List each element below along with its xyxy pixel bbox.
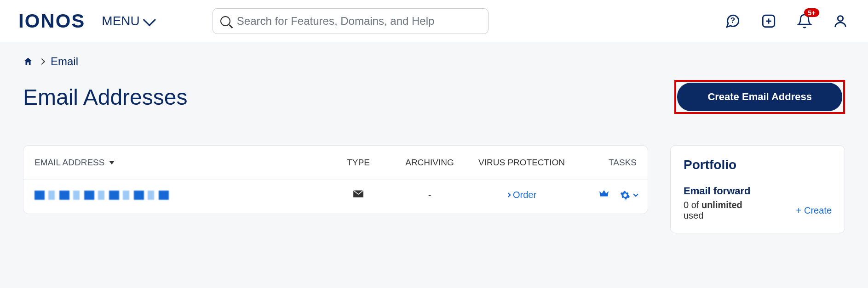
forward-usage: 0 of unlimited used xyxy=(684,200,742,221)
create-label: Create xyxy=(804,205,832,216)
notification-badge: 5+ xyxy=(804,8,819,17)
portfolio-title: Portfolio xyxy=(684,158,832,172)
search-field[interactable] xyxy=(213,8,489,34)
usage-prefix: 0 of xyxy=(684,200,701,210)
sort-caret-icon xyxy=(109,161,115,164)
email-address-redacted xyxy=(34,191,172,200)
notifications-icon[interactable]: 5+ xyxy=(795,12,814,30)
content-row: EMAIL ADDRESS TYPE ARCHIVING VIRUS PROTE… xyxy=(23,145,845,233)
col-email[interactable]: EMAIL ADDRESS xyxy=(34,158,328,168)
usage-suffix: used xyxy=(684,210,703,220)
menu-button[interactable]: MENU xyxy=(102,14,152,28)
table-header: EMAIL ADDRESS TYPE ARCHIVING VIRUS PROTE… xyxy=(23,146,648,180)
plus-icon: + xyxy=(796,205,801,216)
page-title: Email Addresses xyxy=(23,85,188,110)
chevron-down-icon xyxy=(143,13,155,26)
type-cell xyxy=(328,189,388,201)
topbar: IONOS MENU ? 5+ xyxy=(0,0,868,42)
help-chat-icon[interactable]: ? xyxy=(724,12,742,30)
tasks-cell xyxy=(572,190,637,200)
col-type[interactable]: TYPE xyxy=(328,158,388,168)
search-icon xyxy=(220,16,230,26)
archiving-cell: - xyxy=(388,190,471,200)
chevron-down-icon xyxy=(633,192,638,197)
svg-text:?: ? xyxy=(730,16,735,25)
primary-button-highlight: Create Email Address xyxy=(674,80,845,114)
col-email-label: EMAIL ADDRESS xyxy=(34,158,104,168)
col-virus[interactable]: VIRUS PROTECTION xyxy=(471,158,572,168)
breadcrumb-current[interactable]: Email xyxy=(51,55,78,68)
chevron-right-icon xyxy=(39,58,45,65)
account-icon[interactable] xyxy=(831,12,850,30)
forward-label: Email forward xyxy=(684,185,832,197)
forward-row: 0 of unlimited used + Create xyxy=(684,200,832,221)
usage-limit: unlimited xyxy=(701,200,742,210)
table-row[interactable]: - Order xyxy=(23,180,648,214)
mail-icon xyxy=(352,189,364,198)
breadcrumb: Email xyxy=(23,55,845,68)
menu-label: MENU xyxy=(102,14,139,28)
title-row: Email Addresses Create Email Address xyxy=(23,80,845,114)
chevron-right-icon xyxy=(506,193,511,198)
email-table: EMAIL ADDRESS TYPE ARCHIVING VIRUS PROTE… xyxy=(23,145,648,214)
order-label: Order xyxy=(513,190,536,200)
col-tasks[interactable]: TASKS xyxy=(572,158,637,168)
create-email-button[interactable]: Create Email Address xyxy=(677,83,842,111)
page-body: Email Email Addresses Create Email Addre… xyxy=(0,42,868,252)
virus-order-link[interactable]: Order xyxy=(471,190,572,200)
topbar-actions: ? 5+ xyxy=(724,12,850,30)
portfolio-card: Portfolio Email forward 0 of unlimited u… xyxy=(670,145,845,233)
crown-icon[interactable] xyxy=(599,190,609,200)
logo[interactable]: IONOS xyxy=(18,10,85,32)
search-input[interactable] xyxy=(237,15,481,28)
gear-icon xyxy=(620,190,630,200)
create-forward-link[interactable]: + Create xyxy=(796,205,832,216)
col-archiving[interactable]: ARCHIVING xyxy=(388,158,471,168)
add-icon[interactable] xyxy=(759,12,778,30)
home-icon[interactable] xyxy=(23,56,33,67)
svg-point-4 xyxy=(838,16,843,21)
row-settings-button[interactable] xyxy=(620,190,637,200)
